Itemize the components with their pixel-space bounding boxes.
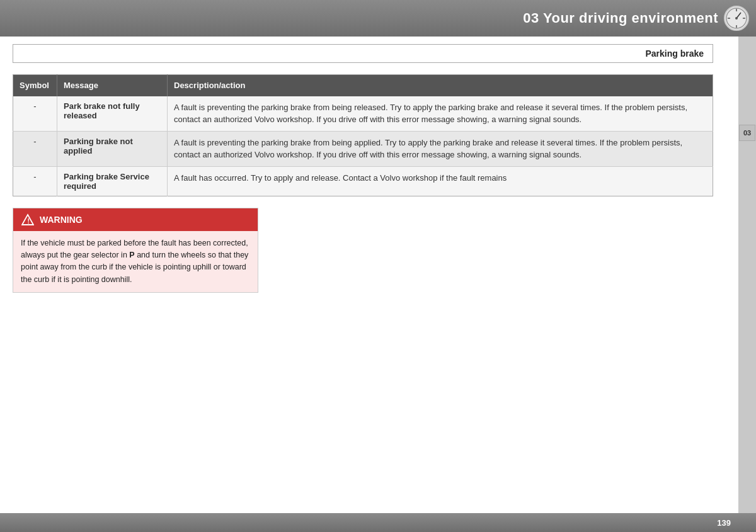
warning-header: ! WARNING <box>13 208 258 231</box>
page-number: 139 <box>717 518 731 528</box>
section-title-box: Parking brake <box>13 44 713 63</box>
right-sidebar: 03 <box>738 37 756 532</box>
svg-text:!: ! <box>28 218 30 225</box>
row1-symbol: - <box>13 96 57 132</box>
table-row: - Parking brake Service required A fault… <box>13 166 713 196</box>
page-title: 03 Your driving environment <box>523 10 718 26</box>
row3-message: Parking brake Service required <box>57 166 168 196</box>
col-header-description: Description/action <box>168 75 713 96</box>
row3-description: A fault has occurred. Try to apply and r… <box>168 166 713 196</box>
warning-body: If the vehicle must be parked before the… <box>13 231 258 293</box>
header-bar: 03 Your driving environment <box>0 0 756 37</box>
row3-symbol: - <box>13 166 57 196</box>
warning-label: WARNING <box>40 215 83 225</box>
bottom-bar: 139 <box>0 513 756 532</box>
info-table: Symbol Message Description/action - Park… <box>13 74 713 196</box>
chapter-tab: 03 <box>739 125 755 141</box>
table-row: - Parking brake not applied A fault is p… <box>13 131 713 166</box>
svg-point-7 <box>735 17 738 20</box>
warning-text-bold: P <box>129 251 134 259</box>
row1-description: A fault is preventing the parking brake … <box>168 96 713 132</box>
row1-message: Park brake not fully released <box>57 96 168 132</box>
table-row: - Park brake not fully released A fault … <box>13 96 713 132</box>
row2-description: A fault is preventing the parking brake … <box>168 131 713 166</box>
speedometer-icon <box>723 5 750 31</box>
col-header-message: Message <box>57 75 168 96</box>
row2-symbol: - <box>13 131 57 166</box>
row2-message: Parking brake not applied <box>57 131 168 166</box>
col-header-symbol: Symbol <box>13 75 57 96</box>
warning-box: ! WARNING If the vehicle must be parked … <box>13 208 258 293</box>
section-title: Parking brake <box>645 48 704 59</box>
warning-triangle-icon: ! <box>21 213 35 227</box>
content-area: Parking brake Symbol Message Description… <box>0 37 738 305</box>
